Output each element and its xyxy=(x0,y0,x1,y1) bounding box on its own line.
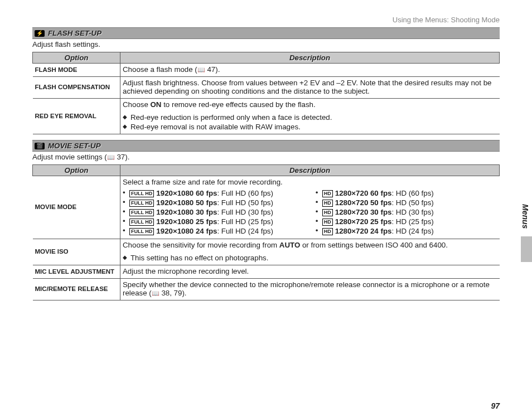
note: Red-eye removal is not available with RA… xyxy=(123,123,497,131)
mode-resolution: 1920×1080 30 fps xyxy=(156,208,217,216)
hd-badge: FULL HD xyxy=(129,190,154,197)
mode-item: FULL HD1920×1080 60 fps: Full HD (60 fps… xyxy=(123,188,304,198)
mode-item: HD1280×720 60 fps: HD (60 fps) xyxy=(316,188,497,198)
mode-resolution: 1920×1080 50 fps xyxy=(156,198,217,207)
table-row: MOVIE MODE Select a frame size and rate … xyxy=(33,176,500,239)
mode-resolution: 1920×1080 60 fps xyxy=(156,189,217,197)
movie-icon: 🎬 xyxy=(35,143,45,149)
table-row: MIC LEVEL ADJUSTMENT Adjust the micropho… xyxy=(33,265,500,279)
col-header-description: Description xyxy=(120,52,500,64)
breadcrumb: Using the Menus: Shooting Mode xyxy=(32,16,500,24)
table-row: FLASH COMPENSATION Adjust flash brightne… xyxy=(33,77,500,99)
page-ref: 38, 79). xyxy=(159,289,187,297)
option-name: FLASH COMPENSATION xyxy=(33,77,120,99)
option-description: Adjust flash brightness. Choose from val… xyxy=(120,77,500,99)
option-name: MIC/REMOTE RELEASE xyxy=(33,279,120,300)
mode-resolution: 1280×720 25 fps xyxy=(335,217,392,226)
mode-resolution: 1920×1080 24 fps xyxy=(156,227,217,235)
document-page: Using the Menus: Shooting Mode ⚡ FLASH S… xyxy=(0,0,532,300)
text: Adjust movie settings ( xyxy=(32,153,107,161)
option-name: MOVIE ISO xyxy=(33,239,120,265)
option-name: RED EYE REMOVAL xyxy=(33,99,120,134)
mode-item: FULL HD1920×1080 50 fps: Full HD (50 fps… xyxy=(123,198,304,207)
mode-resolution: 1280×720 24 fps xyxy=(335,227,392,235)
page-ref: 47). xyxy=(205,65,220,74)
col-header-option: Option xyxy=(33,165,120,176)
mode-item: HD1280×720 25 fps: HD (25 fps) xyxy=(316,217,497,226)
side-index-marker xyxy=(521,236,532,262)
table-row: RED EYE REMOVAL Choose ON to remove red-… xyxy=(33,99,500,134)
mode-desc: : HD (25 fps) xyxy=(391,217,433,226)
mode-desc: : HD (24 fps) xyxy=(391,227,433,235)
text: Choose xyxy=(123,100,151,109)
mode-desc: : HD (30 fps) xyxy=(391,208,433,216)
mode-resolution: 1280×720 60 fps xyxy=(335,189,392,197)
option-description: Specify whether the device connected to … xyxy=(120,279,500,300)
mode-item: HD1280×720 50 fps: HD (50 fps) xyxy=(316,198,497,207)
note: Red-eye reduction is performed only when… xyxy=(123,113,497,122)
mode-desc: : Full HD (30 fps) xyxy=(217,208,273,216)
side-tab-menus: Menus xyxy=(519,198,532,234)
hd-badge: FULL HD xyxy=(129,228,154,235)
text: Choose a flash mode ( xyxy=(123,65,197,74)
options-table-flash: Option Description FLASH MODE Choose a f… xyxy=(32,52,500,134)
mode-list-left: FULL HD1920×1080 60 fps: Full HD (60 fps… xyxy=(123,188,304,236)
mode-item: FULL HD1920×1080 25 fps: Full HD (25 fps… xyxy=(123,217,304,226)
section-header-movie: 🎬 MOVIE SET-UP xyxy=(32,140,500,152)
bold-text: ON xyxy=(151,100,162,109)
page-ref-icon xyxy=(152,289,159,297)
mode-resolution: 1280×720 30 fps xyxy=(335,208,392,216)
hd-badge: FULL HD xyxy=(129,219,154,226)
col-header-option: Option xyxy=(33,52,120,64)
hd-badge: FULL HD xyxy=(129,200,154,207)
bold-text: AUTO xyxy=(279,241,300,249)
mode-item: FULL HD1920×1080 24 fps: Full HD (24 fps… xyxy=(123,226,304,236)
mode-resolution: 1280×720 50 fps xyxy=(335,198,392,207)
hd-badge: HD xyxy=(322,209,333,216)
note: This setting has no effect on photograph… xyxy=(123,254,497,262)
option-name: MIC LEVEL ADJUSTMENT xyxy=(33,265,120,279)
mode-item: HD1280×720 24 fps: HD (24 fps) xyxy=(316,226,497,236)
mode-desc: : Full HD (60 fps) xyxy=(217,189,273,197)
text: or from settings between ISO 400 and 640… xyxy=(300,241,448,249)
hd-badge: FULL HD xyxy=(129,209,154,216)
mode-desc: : HD (50 fps) xyxy=(391,198,433,207)
hd-badge: HD xyxy=(322,200,333,207)
hd-badge: HD xyxy=(322,219,333,226)
mode-item: HD1280×720 30 fps: HD (30 fps) xyxy=(316,207,497,217)
option-name: MOVIE MODE xyxy=(33,176,120,239)
col-header-description: Description xyxy=(120,165,500,176)
mode-desc: : HD (60 fps) xyxy=(391,189,433,197)
mode-desc: : Full HD (24 fps) xyxy=(217,227,273,235)
page-ref: 37). xyxy=(115,153,130,161)
flash-icon: ⚡ xyxy=(35,30,45,37)
text: Choose the sensitivity for movie recordi… xyxy=(123,241,279,249)
page-ref-icon xyxy=(197,65,205,74)
page-number: 97 xyxy=(491,401,500,410)
option-description: Choose the sensitivity for movie recordi… xyxy=(120,239,500,265)
text: to remove red-eye effects caused by the … xyxy=(161,100,315,109)
text: Select a frame size and rate for movie r… xyxy=(123,178,283,186)
mode-desc: : Full HD (25 fps) xyxy=(217,217,273,226)
option-name: FLASH MODE xyxy=(33,64,120,77)
section-description: Adjust movie settings ( 37). xyxy=(32,153,500,161)
hd-badge: HD xyxy=(322,190,333,197)
mode-item: FULL HD1920×1080 30 fps: Full HD (30 fps… xyxy=(123,207,304,217)
table-row: FLASH MODE Choose a flash mode ( 47). xyxy=(33,64,500,77)
section-title: MOVIE SET-UP xyxy=(48,142,101,150)
mode-resolution: 1920×1080 25 fps xyxy=(156,217,217,226)
section-description: Adjust flash settings. xyxy=(32,40,500,49)
table-row: MIC/REMOTE RELEASE Specify whether the d… xyxy=(33,279,500,300)
hd-badge: HD xyxy=(322,228,333,235)
options-table-movie: Option Description MOVIE MODE Select a f… xyxy=(32,164,500,300)
table-row: MOVIE ISO Choose the sensitivity for mov… xyxy=(33,239,500,265)
page-ref-icon xyxy=(107,153,115,161)
section-title: FLASH SET-UP xyxy=(48,29,101,37)
mode-desc: : Full HD (50 fps) xyxy=(217,198,273,207)
option-description: Choose ON to remove red-eye effects caus… xyxy=(120,99,500,134)
mode-list-right: HD1280×720 60 fps: HD (60 fps)HD1280×720… xyxy=(316,188,497,236)
section-header-flash: ⚡ FLASH SET-UP xyxy=(32,27,500,39)
option-description: Choose a flash mode ( 47). xyxy=(120,64,500,77)
option-description: Select a frame size and rate for movie r… xyxy=(120,176,500,239)
option-description: Adjust the microphone recording level. xyxy=(120,265,500,279)
